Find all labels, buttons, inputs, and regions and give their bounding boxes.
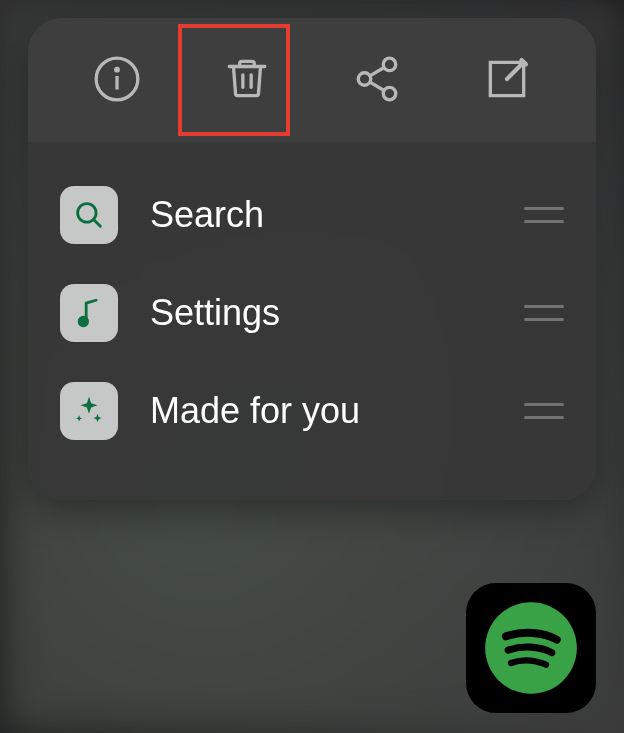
info-button[interactable] — [78, 40, 156, 118]
edit-button[interactable] — [468, 40, 546, 118]
share-icon — [352, 54, 402, 104]
music-note-icon-tile — [60, 284, 118, 342]
svg-line-11 — [94, 220, 101, 227]
shortcut-label: Made for you — [150, 390, 524, 432]
drag-handle-icon[interactable] — [524, 391, 564, 431]
sparkle-icon-tile — [60, 382, 118, 440]
spotify-logo-icon — [481, 598, 581, 698]
share-button[interactable] — [338, 40, 416, 118]
svg-point-2 — [116, 68, 119, 71]
info-icon — [92, 54, 142, 104]
shortcut-label: Settings — [150, 292, 524, 334]
shortcut-made-for-you[interactable]: Made for you — [52, 362, 572, 460]
music-note-icon — [72, 296, 106, 330]
edit-icon — [482, 54, 532, 104]
shortcut-search[interactable]: Search — [52, 166, 572, 264]
drag-handle-icon[interactable] — [524, 293, 564, 333]
svg-line-8 — [370, 68, 384, 76]
svg-point-7 — [383, 87, 396, 100]
action-toolbar — [28, 18, 596, 142]
spotify-app-icon[interactable] — [466, 583, 596, 713]
trash-icon — [222, 54, 272, 104]
search-icon — [72, 198, 106, 232]
svg-line-9 — [370, 82, 384, 90]
shortcut-list: Search Settings — [28, 142, 596, 500]
shortcut-label: Search — [150, 194, 524, 236]
delete-button[interactable] — [208, 40, 286, 118]
svg-point-5 — [383, 58, 396, 70]
context-menu-popup: Search Settings — [28, 18, 596, 500]
drag-handle-icon[interactable] — [524, 195, 564, 235]
shortcut-settings[interactable]: Settings — [52, 264, 572, 362]
svg-point-12 — [79, 317, 88, 326]
svg-point-6 — [358, 73, 371, 86]
sparkle-icon — [72, 394, 106, 428]
search-icon-tile — [60, 186, 118, 244]
